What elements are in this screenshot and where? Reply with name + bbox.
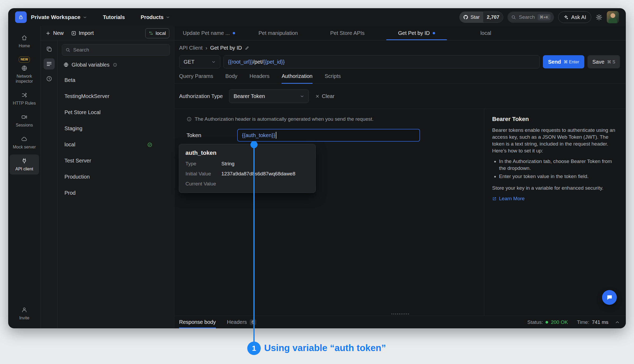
send-button[interactable]: Send ⌘ Enter	[543, 55, 585, 68]
camera-icon	[21, 114, 27, 120]
tab-scripts[interactable]: Scripts	[325, 69, 341, 83]
response-bar: Response body Headers 6 Status: 200 OK T…	[174, 316, 626, 328]
environments-list-panel: Global variables Beta TestingMockServer …	[58, 40, 174, 328]
tab-response-headers[interactable]: Headers 6	[227, 316, 256, 328]
settings-button[interactable]	[595, 14, 603, 21]
token-input[interactable]: {{auth_token}}	[237, 129, 420, 142]
history-tab[interactable]	[44, 73, 55, 84]
info-icon	[113, 63, 117, 67]
environments-search[interactable]	[62, 44, 170, 56]
status-label: Status:	[527, 319, 543, 325]
global-search-button[interactable]: Search ⌘+K	[507, 12, 554, 23]
time-label: Time:	[577, 319, 589, 325]
authorization-type-label: Authorization Type	[179, 93, 223, 99]
environment-item[interactable]: Beta	[62, 72, 170, 88]
resize-handle[interactable]	[391, 314, 409, 314]
external-link-icon	[492, 197, 497, 201]
request-bar: GET {{root_url}}/pet/{{pet_id}} Send ⌘ E…	[174, 53, 626, 69]
tab-query-params[interactable]: Query Params	[179, 69, 213, 83]
collections-tab[interactable]	[44, 44, 55, 55]
url-input[interactable]: {{root_url}}/pet/{{pet_id}}	[223, 55, 540, 68]
app-window: Private Workspace Tutorials Products Sta…	[8, 8, 626, 328]
environment-item[interactable]: Staging	[62, 120, 170, 137]
plus-icon	[45, 31, 51, 36]
variable-details: Type String Initial Value 1237a9da87d8s6…	[185, 161, 309, 187]
authorization-info: The Authorization header is automaticall…	[174, 109, 484, 122]
menu-tutorials[interactable]: Tutorials	[103, 14, 125, 20]
breadcrumb-root[interactable]: API Client	[179, 45, 203, 51]
lock-icon	[18, 15, 24, 20]
help-body: Bearer tokens enable requests to authent…	[492, 127, 618, 154]
annotation-label: Using variable “auth token”	[264, 343, 386, 353]
primary-nav: Home NEW Network inspector HTTP Rules Se…	[8, 26, 40, 328]
tab-local[interactable]: local	[451, 26, 520, 40]
variable-name: auth_token	[185, 150, 309, 156]
new-button[interactable]: New	[45, 30, 64, 36]
save-button[interactable]: Save ⌘ S	[588, 55, 620, 68]
sidebar-item-home[interactable]: Home	[10, 31, 39, 52]
copy-icon	[46, 46, 52, 52]
text-cursor	[276, 132, 276, 139]
help-note: Store your key in a variable for enhance…	[492, 185, 618, 191]
variable-initial-value: 1237a9da87d8s6d87wq68dawe8	[221, 171, 309, 177]
github-icon	[463, 15, 468, 20]
authorization-config-row: Authorization Type Bearer Token Clear	[174, 84, 626, 109]
request-tabstrip: Update Pet name ... Pet manipulation Pet…	[174, 26, 626, 40]
breadcrumb: API Client › Get Pet by ID	[174, 40, 626, 53]
github-star-button[interactable]: Star 2,707	[459, 12, 503, 23]
plug-icon	[21, 158, 27, 164]
sidebar-item-api-client[interactable]: API client	[10, 155, 39, 175]
rename-request-button[interactable]	[245, 46, 249, 50]
menu-products[interactable]: Products	[141, 14, 170, 20]
annotation-step-badge: 1	[247, 342, 261, 355]
environment-item[interactable]: TestingMockServer	[62, 88, 170, 104]
tab-get-pet-by-id[interactable]: Get Pet by ID	[382, 26, 451, 40]
collections-panel: New Import local	[40, 26, 174, 328]
status-value: 200 OK	[551, 319, 568, 325]
authorization-type-select[interactable]: Bearer Token	[229, 89, 309, 103]
import-icon	[71, 31, 76, 36]
sidebar-item-sessions[interactable]: Sessions	[10, 111, 39, 131]
swap-icon	[149, 31, 153, 35]
environment-switcher[interactable]: local	[145, 28, 169, 38]
sidebar-item-network-inspector[interactable]: NEW Network inspector	[10, 53, 39, 87]
environments-tab[interactable]	[44, 58, 55, 69]
tab-body[interactable]: Body	[225, 69, 237, 83]
variable-type-value: String	[221, 161, 309, 167]
tab-authorization[interactable]: Authorization	[282, 69, 313, 83]
environment-item[interactable]: Production	[62, 169, 170, 185]
user-avatar[interactable]	[607, 11, 619, 23]
collapse-response-button[interactable]	[615, 320, 620, 325]
sidebar-item-mock-server[interactable]: Mock server	[10, 133, 39, 153]
active-environment-check-icon	[147, 142, 152, 147]
environment-item[interactable]: Pet Store Local	[62, 104, 170, 120]
workspace-badge[interactable]	[15, 11, 27, 23]
chat-widget-button[interactable]	[602, 290, 617, 305]
tab-update-pet-name[interactable]: Update Pet name ...	[174, 26, 244, 40]
global-variables-row[interactable]: Global variables	[62, 57, 170, 72]
environment-item-active[interactable]: local	[62, 137, 170, 153]
response-status: Status: 200 OK Time: 741 ms	[527, 319, 620, 325]
ask-ai-button[interactable]: Ask AI	[558, 11, 591, 23]
tab-response-body[interactable]: Response body	[179, 316, 216, 328]
sidebar-item-invite[interactable]: Invite	[10, 304, 39, 324]
help-bullets: In the Authorization tab, choose Bearer …	[499, 158, 618, 180]
tab-pet-manipulation[interactable]: Pet manipulation	[244, 26, 313, 40]
tab-headers[interactable]: Headers	[250, 69, 270, 83]
method-select[interactable]: GET	[179, 55, 220, 68]
chat-bubble-icon	[606, 294, 613, 301]
breadcrumb-current: Get Pet by ID	[210, 45, 242, 51]
import-button[interactable]: Import	[71, 30, 94, 36]
environment-item[interactable]: Test Server	[62, 153, 170, 169]
workspace-switcher[interactable]: Private Workspace	[31, 14, 87, 20]
search-input[interactable]	[73, 47, 166, 53]
collections-body: Global variables Beta TestingMockServer …	[41, 40, 174, 328]
sidebar-item-http-rules[interactable]: HTTP Rules	[10, 89, 39, 109]
tab-pet-store-apis[interactable]: Pet Store APIs	[313, 26, 382, 40]
info-icon	[187, 116, 192, 122]
chevron-down-icon	[211, 60, 216, 64]
clock-icon	[46, 76, 52, 82]
environment-item[interactable]: Prod	[62, 185, 170, 201]
clear-authorization-button[interactable]: Clear	[315, 93, 334, 99]
learn-more-link[interactable]: Learn More	[492, 196, 525, 202]
